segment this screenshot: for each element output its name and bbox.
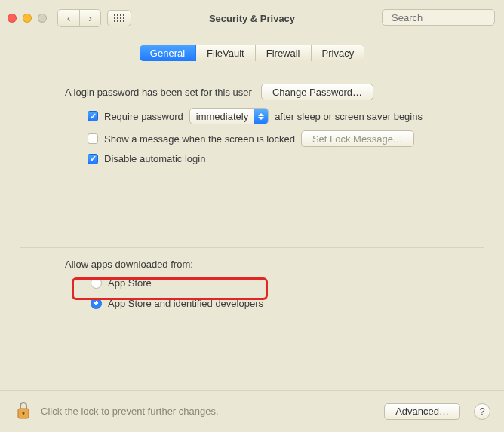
disable-auto-login-checkbox[interactable]	[88, 154, 98, 164]
search-field[interactable]	[382, 9, 495, 26]
disable-auto-login-label: Disable automatic login	[104, 153, 205, 164]
require-password-label: Require password	[104, 111, 183, 122]
require-password-delay-value: immediately	[190, 111, 254, 122]
radio-app-store[interactable]	[91, 277, 102, 289]
close-window-button[interactable]	[8, 14, 17, 23]
back-button[interactable]: ‹	[58, 10, 79, 26]
search-input[interactable]	[390, 11, 504, 24]
chevron-left-icon: ‹	[67, 13, 71, 23]
forward-button[interactable]: ›	[79, 10, 100, 26]
advanced-button[interactable]: Advanced…	[384, 403, 460, 420]
set-lock-message-button[interactable]: Set Lock Message…	[301, 130, 414, 147]
minimize-window-button[interactable]	[23, 14, 32, 23]
history-nav-group: ‹ ›	[57, 9, 101, 27]
tab-privacy[interactable]: Privacy	[312, 45, 365, 61]
section-divider	[20, 247, 484, 248]
window-controls	[8, 14, 47, 23]
allow-apps-app-store[interactable]: App Store	[88, 276, 484, 290]
tab-general[interactable]: General	[140, 45, 196, 61]
svg-rect-4	[23, 413, 23, 415]
radio-identified-developers[interactable]	[91, 298, 102, 309]
grid-icon	[114, 14, 124, 22]
login-password-text: A login password has been set for this u…	[65, 87, 252, 98]
popup-stepper-icon	[254, 109, 268, 124]
tab-bar: General FileVault Firewall Privacy	[0, 45, 504, 61]
window-titlebar: ‹ › Security & Privacy	[0, 0, 504, 36]
tab-firewall[interactable]: Firewall	[256, 45, 312, 61]
general-pane: A login password has been set for this u…	[0, 61, 504, 311]
show-lock-message-checkbox[interactable]	[88, 133, 98, 144]
change-password-button[interactable]: Change Password…	[261, 84, 373, 100]
require-password-delay-popup[interactable]: immediately	[189, 108, 269, 124]
allow-apps-heading: Allow apps downloaded from:	[65, 259, 484, 270]
require-password-checkbox[interactable]	[88, 111, 98, 121]
tab-filevault[interactable]: FileVault	[196, 45, 256, 61]
allow-apps-identified-developers[interactable]: App Store and identified developers	[88, 296, 484, 311]
radio-app-store-label: App Store	[108, 277, 152, 289]
footer-bar: Click the lock to prevent further change…	[0, 390, 504, 432]
lock-hint-text: Click the lock to prevent further change…	[41, 406, 376, 417]
chevron-right-icon: ›	[88, 13, 92, 23]
help-button[interactable]: ?	[474, 403, 490, 420]
lock-icon[interactable]	[14, 400, 33, 423]
show-all-button[interactable]	[107, 10, 131, 26]
after-sleep-text: after sleep or screen saver begins	[275, 111, 423, 122]
radio-identified-developers-label: App Store and identified developers	[108, 298, 263, 309]
show-lock-message-label: Show a message when the screen is locked	[104, 133, 295, 145]
zoom-window-button[interactable]	[38, 14, 47, 23]
